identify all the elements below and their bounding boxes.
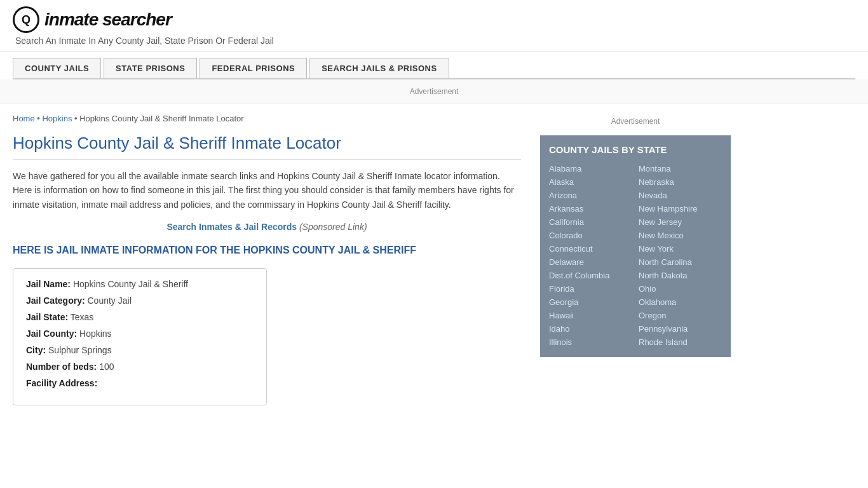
content-wrapper: Home • Hopkins • Hopkins County Jail & S…	[0, 104, 868, 415]
tagline: Search An Inmate In Any County Jail, Sta…	[15, 36, 855, 46]
ad-banner: Advertisement	[0, 79, 868, 104]
state-link[interactable]: Colorado	[549, 229, 632, 241]
jail-name-label: Jail Name:	[26, 279, 71, 289]
sidebar-ad: Advertisement	[540, 111, 731, 135]
state-link[interactable]: Florida	[549, 283, 632, 295]
county-jails-title: COUNTY JAILS BY STATE	[549, 144, 722, 155]
state-link[interactable]: Ohio	[639, 283, 722, 295]
state-link[interactable]: New Mexico	[639, 229, 722, 241]
state-link[interactable]: Pennsylvania	[639, 323, 722, 335]
sidebar: Advertisement COUNTY JAILS BY STATE Alab…	[534, 104, 731, 415]
city-row: City: Sulphur Springs	[26, 345, 254, 355]
jail-county-value: Hopkins	[79, 329, 112, 339]
jail-county-label: Jail County:	[26, 329, 77, 339]
jail-county-row: Jail County: Hopkins	[26, 329, 254, 339]
state-col-2: MontanaNebraskaNevadaNew HampshireNew Je…	[639, 163, 722, 348]
state-link[interactable]: New Jersey	[639, 216, 722, 228]
num-beds-value: 100	[99, 362, 114, 372]
logo-area: Q inmate searcher	[13, 6, 855, 33]
federal-prisons-btn[interactable]: FEDERAL PRISONS	[200, 58, 307, 78]
state-col-1: AlabamaAlaskaArizonaArkansasCaliforniaCo…	[549, 163, 632, 348]
state-link[interactable]: Dist.of Columbia	[549, 269, 632, 281]
jail-state-label: Jail State:	[26, 312, 68, 322]
num-beds-row: Number of beds: 100	[26, 362, 254, 372]
jail-category-label: Jail Category:	[26, 295, 85, 306]
facility-address-row: Facility Address:	[26, 378, 254, 388]
jail-name-val: Hopkins County Jail & Sheriff	[73, 279, 188, 289]
state-link[interactable]: Rhode Island	[639, 336, 722, 348]
jail-detail-box: Jail Name: Hopkins County Jail & Sheriff…	[13, 268, 267, 405]
state-link[interactable]: Illinois	[549, 336, 632, 348]
state-link[interactable]: California	[549, 216, 632, 228]
state-link[interactable]: Nebraska	[639, 176, 722, 188]
city-value: Sulphur Springs	[48, 345, 112, 355]
jail-state-row: Jail State: Texas	[26, 312, 254, 322]
county-jails-btn[interactable]: COUNTY JAILS	[13, 58, 101, 78]
main-content: Home • Hopkins • Hopkins County Jail & S…	[13, 104, 534, 415]
logo-text: inmate searcher	[44, 10, 172, 30]
state-prisons-btn[interactable]: STATE PRISONS	[104, 58, 197, 78]
sponsored-link-area: Search Inmates & Jail Records (Sponsored…	[13, 222, 521, 232]
state-link[interactable]: Nevada	[639, 189, 722, 201]
search-jails-btn[interactable]: SEARCH JAILS & PRISONS	[309, 58, 449, 78]
state-link[interactable]: Alabama	[549, 163, 632, 175]
state-link[interactable]: Delaware	[549, 256, 632, 268]
state-link[interactable]: Oklahoma	[639, 296, 722, 308]
jail-state-value: Texas	[71, 312, 94, 322]
sponsored-link[interactable]: Search Inmates & Jail Records	[166, 222, 297, 232]
sponsored-label: (Sponsored Link)	[299, 222, 367, 232]
description-text: We have gathered for you all the availab…	[13, 169, 521, 212]
state-link[interactable]: New York	[639, 243, 722, 255]
state-link[interactable]: Georgia	[549, 296, 632, 308]
city-label: City:	[26, 345, 46, 355]
state-link[interactable]: Arkansas	[549, 203, 632, 215]
state-columns: AlabamaAlaskaArizonaArkansasCaliforniaCo…	[549, 163, 722, 348]
jail-info-header: HERE IS JAIL INMATE INFORMATION FOR THE …	[13, 243, 521, 257]
logo-icon: Q	[13, 6, 39, 33]
num-beds-label: Number of beds:	[26, 362, 97, 372]
state-link[interactable]: Oregon	[639, 309, 722, 322]
breadcrumb-current: Hopkins County Jail & Sheriff Inmate Loc…	[79, 114, 243, 123]
state-link[interactable]: Idaho	[549, 323, 632, 335]
state-link[interactable]: North Carolina	[639, 256, 722, 268]
state-link[interactable]: New Hampshire	[639, 203, 722, 215]
page-title: Hopkins County Jail & Sheriff Inmate Loc…	[13, 133, 521, 160]
state-link[interactable]: Arizona	[549, 189, 632, 201]
state-link[interactable]: Connecticut	[549, 243, 632, 255]
state-link[interactable]: Alaska	[549, 176, 632, 188]
state-link[interactable]: Montana	[639, 163, 722, 175]
header: Q inmate searcher Search An Inmate In An…	[0, 0, 868, 51]
state-link[interactable]: Hawaii	[549, 309, 632, 322]
jail-category-row: Jail Category: County Jail	[26, 295, 254, 306]
breadcrumb-home[interactable]: Home	[13, 114, 35, 123]
facility-address-label: Facility Address:	[26, 378, 97, 388]
jail-category-value: County Jail	[87, 295, 131, 306]
jail-name-row: Jail Name: Hopkins County Jail & Sheriff	[26, 279, 254, 289]
nav-bar: COUNTY JAILS STATE PRISONS FEDERAL PRISO…	[13, 58, 855, 79]
county-jails-box: COUNTY JAILS BY STATE AlabamaAlaskaArizo…	[540, 135, 731, 357]
breadcrumb-hopkins[interactable]: Hopkins	[42, 114, 72, 123]
state-link[interactable]: North Dakota	[639, 269, 722, 281]
breadcrumb: Home • Hopkins • Hopkins County Jail & S…	[13, 114, 521, 123]
